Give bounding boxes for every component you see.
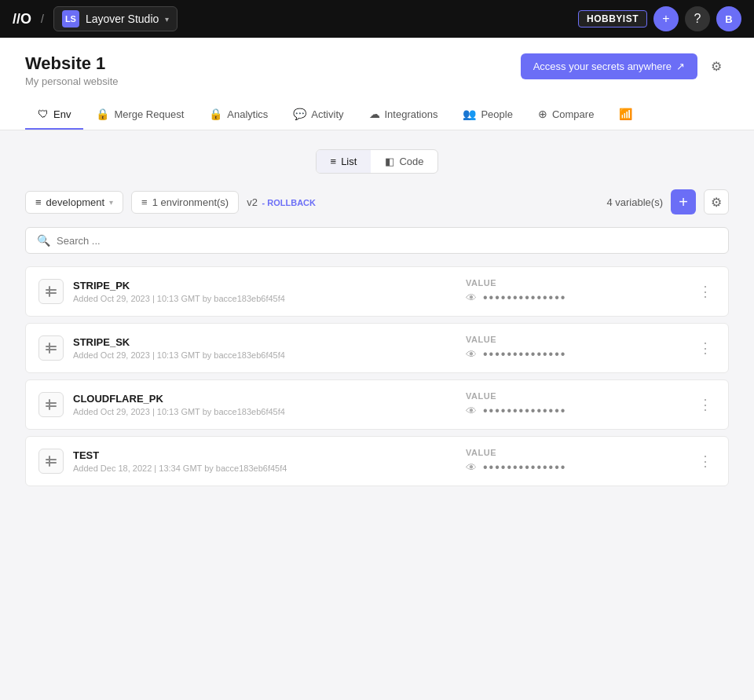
version-badge: v2 - ROLLBACK bbox=[247, 196, 316, 208]
list-label: List bbox=[341, 156, 357, 167]
variable-info: STRIPE_PK Added Oct 29, 2023 | 10:13 GMT… bbox=[73, 280, 456, 303]
more-menu-button[interactable]: ⋮ bbox=[695, 453, 716, 470]
variable-icon bbox=[38, 335, 64, 361]
workspace-selector[interactable]: LS Layover Studio ▾ bbox=[53, 6, 178, 31]
cloud-icon: ☁ bbox=[369, 108, 380, 120]
variable-value-dots: •••••••••••••• bbox=[483, 291, 566, 305]
svg-rect-9 bbox=[46, 459, 57, 460]
people-icon: 👥 bbox=[463, 108, 476, 120]
eye-icon[interactable]: 👁 bbox=[466, 291, 477, 304]
variable-value-label: VALUE bbox=[466, 335, 566, 344]
svg-rect-1 bbox=[46, 292, 57, 294]
code-view-button[interactable]: ◧ Code bbox=[371, 150, 437, 173]
tab-people[interactable]: 👥 People bbox=[450, 100, 525, 130]
svg-rect-0 bbox=[46, 289, 57, 291]
page-header-actions: Access your secrets anywhere ↗ ⚙ bbox=[521, 53, 729, 79]
more-menu-button[interactable]: ⋮ bbox=[695, 339, 716, 357]
tab-analytics-label: Analytics bbox=[227, 108, 268, 120]
tab-compare-label: Compare bbox=[552, 108, 594, 120]
env-selector-name: development bbox=[46, 196, 104, 208]
eye-icon[interactable]: 👁 bbox=[466, 348, 477, 361]
rollback-link[interactable]: - ROLLBACK bbox=[262, 198, 316, 207]
chat-icon: 💬 bbox=[293, 108, 306, 120]
page-title: Website 1 bbox=[25, 53, 119, 74]
gear-icon: ⚙ bbox=[711, 195, 722, 210]
variable-info: STRIPE_SK Added Oct 29, 2023 | 10:13 GMT… bbox=[73, 336, 456, 360]
search-icon: 🔍 bbox=[37, 234, 50, 247]
plus-button[interactable]: + bbox=[653, 6, 679, 31]
help-button[interactable]: ? bbox=[685, 6, 710, 31]
svg-rect-2 bbox=[49, 286, 50, 297]
shield-icon: 🛡 bbox=[38, 108, 49, 120]
svg-rect-3 bbox=[46, 346, 57, 347]
variable-value-content: 👁 •••••••••••••• bbox=[466, 291, 566, 305]
page-settings-button[interactable]: ⚙ bbox=[704, 54, 729, 79]
toolbar-settings-button[interactable]: ⚙ bbox=[704, 189, 729, 214]
tab-env-label: Env bbox=[53, 108, 71, 120]
more-menu-button[interactable]: ⋮ bbox=[695, 283, 716, 300]
env-selector-icon: ≡ bbox=[35, 196, 42, 208]
table-row: TEST Added Dec 18, 2022 | 13:34 GMT by b… bbox=[25, 436, 729, 486]
main-content: ≡ List ◧ Code ≡ development ▾ ≡ 1 enviro… bbox=[0, 130, 754, 511]
add-variable-button[interactable]: + bbox=[671, 189, 696, 214]
tab-env[interactable]: 🛡 Env bbox=[25, 100, 83, 130]
svg-rect-10 bbox=[46, 462, 57, 464]
search-input[interactable] bbox=[57, 235, 717, 247]
plus-icon: + bbox=[662, 12, 669, 26]
analytics-lock-icon: 🔒 bbox=[209, 108, 222, 120]
variable-value-label: VALUE bbox=[466, 278, 566, 288]
variable-meta: Added Oct 29, 2023 | 10:13 GMT by bacce1… bbox=[73, 407, 456, 416]
variable-value-label: VALUE bbox=[466, 448, 566, 457]
svg-rect-4 bbox=[46, 349, 57, 350]
variable-value-dots: •••••••••••••• bbox=[483, 347, 566, 361]
more-menu-button[interactable]: ⋮ bbox=[695, 396, 716, 413]
lock-icon: 🔒 bbox=[96, 108, 109, 120]
variable-value-dots: •••••••••••••• bbox=[483, 460, 566, 475]
variable-icon bbox=[38, 449, 64, 474]
variable-value-dots: •••••••••••••• bbox=[483, 404, 566, 418]
logo-text: //O bbox=[13, 11, 31, 27]
tab-people-label: People bbox=[481, 108, 512, 120]
list-icon: ≡ bbox=[331, 156, 337, 167]
help-icon: ? bbox=[694, 12, 701, 26]
variable-icon bbox=[38, 279, 64, 304]
tab-compare[interactable]: ⊕ Compare bbox=[525, 100, 606, 130]
eye-icon[interactable]: 👁 bbox=[466, 461, 477, 474]
access-secrets-button[interactable]: Access your secrets anywhere ↗ bbox=[521, 53, 697, 79]
list-view-button[interactable]: ≡ List bbox=[317, 150, 372, 173]
variable-name: TEST bbox=[73, 449, 456, 461]
env-selector[interactable]: ≡ development ▾ bbox=[25, 191, 123, 214]
tab-merge-request[interactable]: 🔒 Merge Request bbox=[83, 100, 196, 130]
chevron-down-icon: ▾ bbox=[165, 15, 169, 24]
code-label: Code bbox=[399, 156, 423, 167]
tab-activity-label: Activity bbox=[311, 108, 343, 120]
svg-rect-7 bbox=[46, 405, 57, 407]
svg-rect-6 bbox=[46, 402, 57, 404]
tab-analytics[interactable]: 🔒 Analytics bbox=[196, 100, 280, 130]
variable-info: TEST Added Dec 18, 2022 | 13:34 GMT by b… bbox=[73, 449, 456, 473]
tab-wifi[interactable]: 📶 bbox=[606, 100, 645, 130]
env-chevron-icon: ▾ bbox=[109, 198, 113, 207]
add-icon: + bbox=[679, 193, 688, 211]
env-count-icon: ≡ bbox=[141, 196, 148, 208]
workspace-name: Layover Studio bbox=[86, 13, 159, 25]
variable-value-section: VALUE 👁 •••••••••••••• bbox=[466, 335, 686, 361]
logo: //O bbox=[13, 11, 31, 27]
user-avatar[interactable]: B bbox=[716, 6, 741, 31]
env-count-label: 1 environment(s) bbox=[152, 196, 229, 208]
variable-value-content: 👁 •••••••••••••• bbox=[466, 347, 566, 361]
table-row: STRIPE_PK Added Oct 29, 2023 | 10:13 GMT… bbox=[25, 266, 729, 317]
search-bar: 🔍 bbox=[25, 227, 729, 254]
access-secrets-label: Access your secrets anywhere bbox=[533, 60, 672, 72]
variable-value-section: VALUE 👁 •••••••••••••• bbox=[466, 448, 686, 475]
table-row: STRIPE_SK Added Oct 29, 2023 | 10:13 GMT… bbox=[25, 323, 729, 373]
eye-icon[interactable]: 👁 bbox=[466, 405, 477, 417]
variable-meta: Added Oct 29, 2023 | 10:13 GMT by bacce1… bbox=[73, 350, 456, 360]
version-number: v2 bbox=[247, 196, 258, 208]
variable-info: CLOUDFLARE_PK Added Oct 29, 2023 | 10:13… bbox=[73, 393, 456, 416]
tab-activity[interactable]: 💬 Activity bbox=[280, 100, 356, 130]
variable-name: CLOUDFLARE_PK bbox=[73, 393, 456, 405]
variable-meta: Added Oct 29, 2023 | 10:13 GMT by bacce1… bbox=[73, 294, 456, 303]
tab-integrations[interactable]: ☁ Integrations bbox=[357, 100, 451, 130]
page-header: Website 1 My personal website Access you… bbox=[0, 38, 754, 130]
